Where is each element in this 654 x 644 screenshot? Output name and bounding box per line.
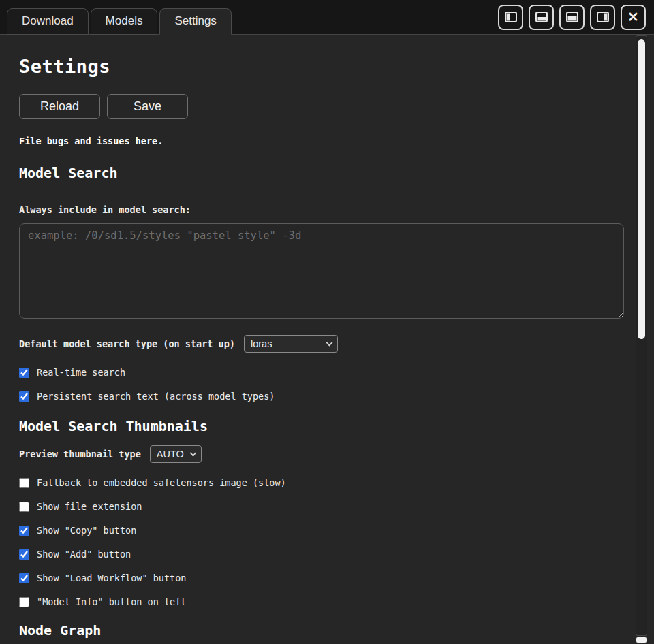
split-left-icon	[505, 12, 517, 22]
show-add-button-checkbox[interactable]	[19, 549, 29, 560]
realtime-search-checkbox[interactable]	[19, 368, 29, 378]
checkbox-row-show-load-workflow-button[interactable]: Show "Load Workflow" button	[19, 573, 186, 583]
window-controls: ✕	[498, 5, 654, 30]
checkbox-label: Fallback to embedded safetensors image (…	[37, 477, 286, 488]
persistent-search-text-checkbox[interactable]	[19, 391, 29, 402]
checkbox-label: "Model Info" button on left	[37, 596, 186, 607]
dock-bottom-button[interactable]	[529, 5, 554, 30]
checkbox-label: Show "Copy" button	[37, 525, 136, 536]
fallback-safetensors-checkbox[interactable]	[19, 478, 29, 488]
always-include-textarea[interactable]	[19, 223, 624, 319]
checkbox-label: Show file extension	[37, 501, 142, 512]
reload-button[interactable]: Reload	[19, 94, 100, 119]
dock-bottom-large-button[interactable]	[559, 5, 585, 30]
scrollbar-thumb[interactable]	[638, 39, 645, 339]
checkbox-label: Show "Add" button	[37, 549, 131, 560]
checkbox-row-realtime-search[interactable]: Real-time search	[19, 367, 125, 378]
model-search-heading: Model Search	[19, 165, 624, 181]
node-graph-heading: Node Graph	[19, 622, 624, 639]
action-buttons: Reload Save	[19, 94, 624, 119]
always-include-label: Always include in model search:	[19, 204, 624, 215]
model-search-thumbnails-heading: Model Search Thumbnails	[19, 418, 624, 434]
default-search-type-row: Default model search type (on start up) …	[19, 335, 624, 353]
tab-settings[interactable]: Settings	[159, 8, 231, 35]
show-file-extension-checkbox[interactable]	[19, 502, 29, 512]
file-bugs-link[interactable]: File bugs and issues here.	[19, 135, 163, 146]
preview-thumbnail-type-row: Preview thumbnail type AUTO	[19, 445, 624, 463]
checkbox-label: Persistent search text (across model typ…	[37, 391, 275, 402]
preview-thumbnail-type-label: Preview thumbnail type	[19, 449, 141, 460]
settings-panel: Settings Reload Save File bugs and issue…	[0, 35, 654, 644]
checkbox-row-show-add-button[interactable]: Show "Add" button	[19, 549, 131, 560]
tab-models[interactable]: Models	[91, 8, 158, 35]
scrollbar-corner	[636, 637, 647, 643]
checkbox-row-model-info-button-left[interactable]: "Model Info" button on left	[19, 596, 186, 607]
dock-right-icon	[597, 12, 609, 22]
preview-thumbnail-type-select[interactable]: AUTO	[150, 445, 202, 463]
default-search-type-label: Default model search type (on start up)	[19, 338, 235, 349]
dock-right-button[interactable]	[590, 5, 615, 30]
tab-bar: Download Models Settings	[0, 0, 654, 35]
checkbox-label: Show "Load Workflow" button	[37, 573, 186, 583]
dock-left-button[interactable]	[498, 5, 523, 30]
default-search-type-select-wrap: loras	[244, 335, 338, 353]
model-info-button-left-checkbox[interactable]	[19, 597, 29, 607]
checkbox-row-fallback-safetensors[interactable]: Fallback to embedded safetensors image (…	[19, 477, 286, 488]
dock-bottom-icon	[535, 12, 548, 22]
show-load-workflow-button-checkbox[interactable]	[19, 573, 29, 583]
checkbox-row-show-file-extension[interactable]: Show file extension	[19, 501, 142, 512]
save-button[interactable]: Save	[107, 94, 188, 119]
checkbox-label: Real-time search	[37, 367, 125, 378]
page-title: Settings	[19, 56, 624, 77]
show-copy-button-checkbox[interactable]	[19, 526, 29, 536]
checkbox-row-show-copy-button[interactable]: Show "Copy" button	[19, 525, 136, 536]
default-search-type-select[interactable]: loras	[244, 335, 338, 353]
tab-strip: Download Models Settings	[7, 8, 232, 34]
close-button[interactable]: ✕	[621, 5, 646, 30]
app-window: Download Models Settings	[0, 0, 654, 644]
preview-thumbnail-type-select-wrap: AUTO	[150, 445, 202, 463]
tab-download[interactable]: Download	[7, 8, 89, 35]
scrollbar[interactable]	[636, 35, 647, 636]
dock-bottom-large-icon	[566, 12, 578, 22]
checkbox-row-persistent-search-text[interactable]: Persistent search text (across model typ…	[19, 391, 275, 402]
